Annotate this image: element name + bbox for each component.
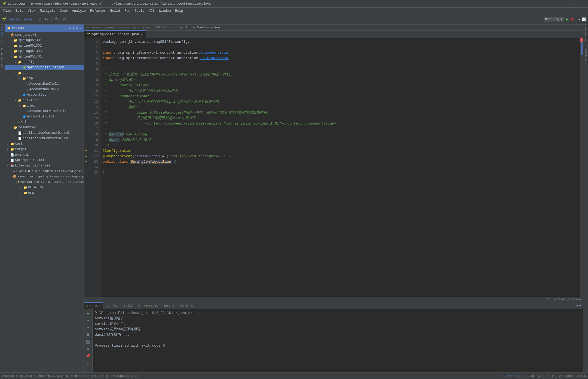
- run-tab[interactable]: ▶ 4: Run: [84, 302, 103, 309]
- tree-item-dao[interactable]: ▾ 📁 dao: [5, 70, 84, 76]
- tree-item-AccountServiceImpl1[interactable]: ☕ AccountServiceImpl1: [5, 108, 84, 114]
- tree-item-config[interactable]: ▾ 📁 config: [5, 59, 84, 65]
- project-tab[interactable]: 1: Project: [0, 25, 4, 45]
- settings-icon[interactable]: ⚙: [76, 26, 78, 30]
- back-button[interactable]: ◁: [37, 17, 43, 22]
- tree-item-dao-impl[interactable]: ▾ 📁 impl: [5, 76, 84, 81]
- breadcrumb-config[interactable]: config: [171, 26, 182, 29]
- tree-item-spring051401[interactable]: ▾ 📁 spring051401: [5, 54, 84, 59]
- editor-tab-SpringConfigutation[interactable]: 🌱 SpringConfigutation.java ✕: [84, 30, 146, 38]
- run-scroll-up[interactable]: ▲: [85, 325, 91, 331]
- run-button[interactable]: ▶: [566, 17, 568, 22]
- profiler-button[interactable]: 📊: [582, 17, 586, 21]
- run-filter-button[interactable]: 📷: [85, 339, 91, 345]
- code-content[interactable]: package com.jinyuxin.spring051401.config…: [100, 38, 580, 297]
- close-button[interactable]: ✕: [582, 2, 586, 6]
- collapse-icon[interactable]: ≡: [73, 26, 75, 30]
- messages-tab[interactable]: 0: Messages: [135, 302, 161, 309]
- breadcrumb-src[interactable]: src: [86, 26, 91, 29]
- structure-tab[interactable]: 2: Structure: [0, 45, 4, 69]
- run-stop-button[interactable]: ▲: [85, 317, 91, 323]
- menu-analyze[interactable]: Analyze: [70, 8, 88, 13]
- tree-item-spring051302[interactable]: ▸ 📁 spring051302: [5, 43, 84, 48]
- close-panel-icon[interactable]: ✕: [79, 26, 81, 30]
- breadcrumb-com[interactable]: com: [118, 26, 123, 29]
- todo-tab[interactable]: 6: TODO: [103, 302, 121, 309]
- tree-item-spring051303[interactable]: ▸ 📁 spring051303: [5, 48, 84, 54]
- menu-run[interactable]: Run: [122, 8, 133, 13]
- ant-tab[interactable]: Ant: [583, 37, 588, 46]
- run-layout-button[interactable]: ⊞: [85, 360, 91, 366]
- tree-item-AccountDao[interactable]: 🔷 AccountDao: [5, 92, 84, 98]
- bottom-close-icon[interactable]: ─: [579, 304, 581, 308]
- tree-item-Main[interactable]: ☕ Main: [5, 119, 84, 125]
- breadcrumb-class[interactable]: SpringConfigutation: [186, 26, 220, 29]
- code-editor[interactable]: ● ● ● 1 2 3 4 5 6 7 8 9 10 11 12 13 14: [84, 38, 583, 297]
- status-left: ✔ Build completed successfully with 3 wa…: [2, 374, 138, 378]
- database-tab[interactable]: Database: [583, 46, 588, 64]
- tree-item-iml[interactable]: 📄 SpringLearn.iml: [5, 157, 84, 163]
- breadcrumb-spring051401[interactable]: spring051401: [145, 26, 167, 29]
- menu-window[interactable]: Window: [157, 8, 173, 13]
- editor-scrollbar[interactable]: [580, 38, 583, 297]
- encoding[interactable]: UTF-8 2 spaces: [549, 374, 574, 378]
- tree-item-meta-inf[interactable]: ▸ 📁 META-INF: [5, 185, 84, 190]
- tree-item-pom[interactable]: 📄 pom.xml: [5, 152, 84, 157]
- tab-close-button[interactable]: ✕: [141, 33, 142, 36]
- tree-item-org[interactable]: ▸ 📁 org: [5, 190, 84, 196]
- terminal-tab[interactable]: Terminal: [177, 302, 197, 309]
- tree-item-applicationContext02[interactable]: 📄 applicationContext02.xml: [5, 136, 84, 141]
- menu-navigate[interactable]: Navigate: [38, 8, 58, 13]
- tree-item-AccountDaoImpl2[interactable]: ☕ AccountDaoImpl2: [5, 87, 84, 92]
- menu-help[interactable]: Help: [173, 8, 185, 13]
- tree-item-applicationContext01[interactable]: 📄 applicationContext01.xml: [5, 130, 84, 136]
- run-restart-button[interactable]: ▶: [85, 310, 91, 316]
- event-log[interactable]: 1 Event Log: [503, 374, 523, 378]
- tree-item-external-libs[interactable]: ▾ 📚 External Libraries: [5, 163, 84, 168]
- menu-view[interactable]: View: [26, 8, 38, 13]
- tree-item-target[interactable]: ▸ 📁 target: [5, 147, 84, 152]
- run-pin-button[interactable]: 📌: [85, 353, 91, 359]
- build-tab[interactable]: Build: [121, 302, 135, 309]
- tree-item-resources[interactable]: ▾ 📂 resources: [5, 125, 84, 130]
- menu-vcs[interactable]: VCS: [147, 8, 157, 13]
- sync-icon[interactable]: ⚙: [69, 26, 71, 30]
- menu-build[interactable]: Build: [108, 8, 122, 13]
- build-button[interactable]: 🔨: [53, 17, 60, 22]
- tree-item-jdk[interactable]: ▸ ⚙ < JDK1.8 > D:\Program Files\Java\jdk…: [5, 168, 84, 174]
- debug-button[interactable]: 🐞: [570, 17, 574, 21]
- tree-item-maven-spring-aop[interactable]: ▾ 📦 Maven: org.springframework:spring-ao…: [5, 174, 84, 179]
- settings-button[interactable]: ⚙: [62, 17, 68, 22]
- app-icon: 🌱: [2, 2, 6, 5]
- tree-item-services[interactable]: ▾ 📁 services: [5, 98, 84, 103]
- menu-tools[interactable]: Tools: [133, 8, 147, 13]
- forward-button[interactable]: ▷: [44, 17, 49, 22]
- coverage-button[interactable]: ☰▶: [576, 17, 580, 21]
- menu-edit[interactable]: Edit: [13, 8, 26, 13]
- breadcrumb-java[interactable]: java: [106, 26, 114, 29]
- tree-item-test[interactable]: ▸ 📁 test: [5, 141, 84, 147]
- minimize-button[interactable]: ─: [571, 2, 575, 6]
- spring-tab[interactable]: Spring: [161, 302, 177, 309]
- run-clear-button[interactable]: ☰: [85, 332, 91, 338]
- tree-item-services-impl[interactable]: ▾ 📁 impl: [5, 103, 84, 108]
- run-settings-button[interactable]: ⚙: [85, 346, 91, 352]
- tree-item-SpringConfigutation[interactable]: 🌱 SpringConfigutation: [5, 65, 84, 70]
- crlf[interactable]: CRLF: [538, 374, 545, 378]
- menu-code[interactable]: Code: [58, 8, 70, 13]
- maximize-button[interactable]: □: [577, 2, 580, 6]
- tree-item-AccountService[interactable]: 🔷 AccountService: [5, 114, 84, 119]
- tree-item-AccountDaoImpl1[interactable]: ☕ AccountDaoImpl1: [5, 81, 84, 87]
- tree-item-spring-aop-jar[interactable]: ▾ 🗜 spring-aop-5.2.5.RELEASE.jar library…: [5, 179, 84, 185]
- maven-tab[interactable]: Maven: [583, 25, 588, 37]
- menu-refactor[interactable]: Refactor: [88, 8, 108, 13]
- breadcrumb-main[interactable]: main: [95, 26, 102, 29]
- bottom-settings-icon[interactable]: ⚙: [576, 304, 578, 308]
- breadcrumb-jinyuxin[interactable]: jinyuxin: [127, 26, 142, 29]
- tree-item-com-jinyuxin[interactable]: ▾ 📦 com.jinyuxin: [5, 32, 84, 38]
- run-config-dropdown[interactable]: ▼: [561, 18, 562, 21]
- tree-item-spring051301[interactable]: ▸ 📁 spring051301: [5, 38, 84, 43]
- run-config[interactable]: Main (3) ▼: [544, 17, 564, 22]
- menu-file[interactable]: File: [1, 8, 13, 13]
- gutter-icons: ● ● ●: [84, 38, 88, 297]
